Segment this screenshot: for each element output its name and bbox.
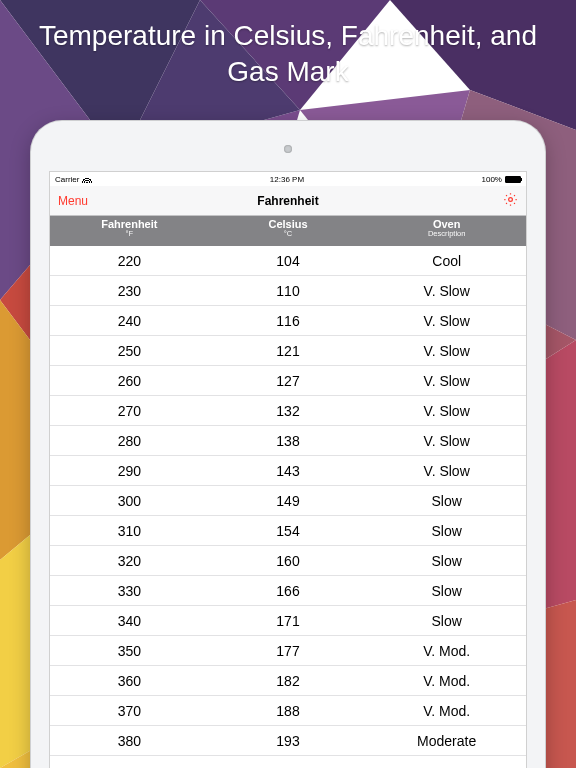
cell: 121 (209, 343, 368, 359)
cell: V. Slow (367, 403, 526, 419)
table-row[interactable]: 220104Cool (50, 246, 526, 276)
cell: V. Slow (367, 373, 526, 389)
cell: 132 (209, 403, 368, 419)
cell: 138 (209, 433, 368, 449)
cell: 350 (50, 643, 209, 659)
battery-icon (505, 176, 521, 183)
cell: 320 (50, 553, 209, 569)
carrier-label: Carrier (55, 175, 79, 184)
table-row[interactable]: 240116V. Slow (50, 306, 526, 336)
cell: V. Slow (367, 433, 526, 449)
table-row[interactable]: 360182V. Mod. (50, 666, 526, 696)
table-row[interactable]: 290143V. Slow (50, 456, 526, 486)
header-fahrenheit: Fahrenheit °F (50, 216, 209, 246)
cell: V. Mod. (367, 703, 526, 719)
tablet-frame: Carrier 12:36 PM 100% Menu Fahrenheit Fa… (30, 120, 546, 768)
status-bar: Carrier 12:36 PM 100% (50, 172, 526, 186)
cell: Slow (367, 493, 526, 509)
svg-point-17 (509, 198, 513, 202)
page-title: Fahrenheit (50, 194, 526, 208)
cell: 104 (209, 253, 368, 269)
cell: V. Mod. (367, 643, 526, 659)
cell: 116 (209, 313, 368, 329)
header-celsius: Celsius °C (209, 216, 368, 246)
cell: 171 (209, 613, 368, 629)
cell: 370 (50, 703, 209, 719)
cell: 270 (50, 403, 209, 419)
cell: V. Slow (367, 283, 526, 299)
cell: 193 (209, 733, 368, 749)
table-row[interactable]: 370188V. Mod. (50, 696, 526, 726)
table-row[interactable]: 380193Moderate (50, 726, 526, 756)
cell: 154 (209, 523, 368, 539)
table-body[interactable]: 220104Cool230110V. Slow240116V. Slow2501… (50, 246, 526, 756)
table-row[interactable]: 310154Slow (50, 516, 526, 546)
cell: Cool (367, 253, 526, 269)
cell: 240 (50, 313, 209, 329)
cell: V. Slow (367, 313, 526, 329)
cell: 188 (209, 703, 368, 719)
cell: Slow (367, 613, 526, 629)
cell: V. Slow (367, 343, 526, 359)
cell: 110 (209, 283, 368, 299)
table-row[interactable]: 320160Slow (50, 546, 526, 576)
table-row[interactable]: 350177V. Mod. (50, 636, 526, 666)
cell: Moderate (367, 733, 526, 749)
cell: 166 (209, 583, 368, 599)
cell: 149 (209, 493, 368, 509)
battery-percent: 100% (482, 175, 502, 184)
cell: V. Mod. (367, 673, 526, 689)
table-row[interactable]: 330166Slow (50, 576, 526, 606)
table-row[interactable]: 300149Slow (50, 486, 526, 516)
cell: 230 (50, 283, 209, 299)
cell: 340 (50, 613, 209, 629)
table-row[interactable]: 230110V. Slow (50, 276, 526, 306)
header-oven: Oven Description (367, 216, 526, 246)
cell: Slow (367, 553, 526, 569)
cell: 260 (50, 373, 209, 389)
gear-icon[interactable] (503, 192, 518, 209)
cell: Slow (367, 583, 526, 599)
cell: 330 (50, 583, 209, 599)
cell: 160 (209, 553, 368, 569)
nav-bar: Menu Fahrenheit (50, 186, 526, 216)
table-row[interactable]: 270132V. Slow (50, 396, 526, 426)
cell: 360 (50, 673, 209, 689)
table-header: Fahrenheit °F Celsius °C Oven Descriptio… (50, 216, 526, 246)
status-time: 12:36 PM (270, 175, 304, 184)
table-row[interactable]: 280138V. Slow (50, 426, 526, 456)
table-row[interactable]: 260127V. Slow (50, 366, 526, 396)
screen: Carrier 12:36 PM 100% Menu Fahrenheit Fa… (49, 171, 527, 768)
cell: 310 (50, 523, 209, 539)
tablet-camera (284, 145, 292, 153)
cell: V. Slow (367, 463, 526, 479)
cell: 380 (50, 733, 209, 749)
cell: 280 (50, 433, 209, 449)
promo-heading: Temperature in Celsius, Fahrenheit, and … (0, 0, 576, 103)
table-row[interactable]: 250121V. Slow (50, 336, 526, 366)
cell: 143 (209, 463, 368, 479)
cell: 290 (50, 463, 209, 479)
menu-button[interactable]: Menu (58, 194, 88, 208)
cell: 182 (209, 673, 368, 689)
cell: 177 (209, 643, 368, 659)
cell: 220 (50, 253, 209, 269)
cell: Slow (367, 523, 526, 539)
table-row[interactable]: 340171Slow (50, 606, 526, 636)
cell: 127 (209, 373, 368, 389)
cell: 300 (50, 493, 209, 509)
cell: 250 (50, 343, 209, 359)
wifi-icon (82, 175, 92, 183)
